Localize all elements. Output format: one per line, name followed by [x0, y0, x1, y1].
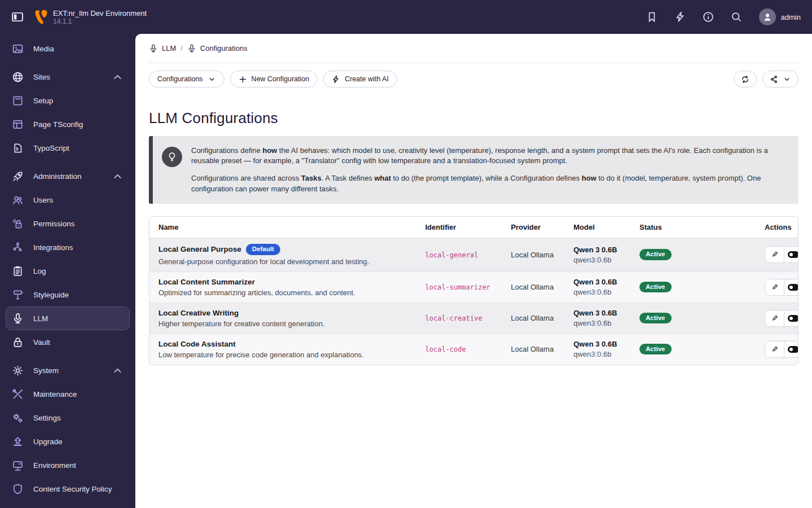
- image-icon: [12, 43, 24, 55]
- row-actions: ✎ ☆ ▷: [765, 341, 798, 358]
- docheader: LLM / Configurations Configurations New …: [135, 34, 812, 95]
- sidebar-item-maintenance[interactable]: Maintenance: [6, 382, 130, 406]
- sidebar-item-log[interactable]: Log: [6, 259, 130, 283]
- config-identifier: local-creative: [425, 314, 482, 322]
- column-header-provider: Provider: [502, 217, 564, 238]
- edit-button[interactable]: ✎: [765, 247, 784, 262]
- info-icon[interactable]: [703, 11, 714, 23]
- sidebar-item-setup[interactable]: Setup: [6, 89, 130, 112]
- model-name: Qwen 3 0.6B: [573, 340, 621, 348]
- sidebar-item-label: Maintenance: [33, 390, 77, 398]
- gear-icon: [12, 365, 24, 376]
- toggle-icon: [788, 346, 798, 353]
- sidebar-item-settings[interactable]: Settings: [6, 406, 130, 430]
- model-name: Qwen 3 0.6B: [573, 278, 621, 286]
- sidebar-item-page-tsconfig[interactable]: Page TSconfig: [6, 112, 130, 136]
- gears-icon: [12, 412, 24, 424]
- sidebar-item-sites[interactable]: Sites: [6, 65, 130, 89]
- toggle-active-button[interactable]: [784, 310, 798, 326]
- refresh-icon: [741, 75, 749, 84]
- sidebar-item-label: Log: [33, 267, 46, 275]
- button-label: Create with AI: [345, 75, 389, 83]
- sidebar-item-upgrade[interactable]: Upgrade: [6, 430, 130, 453]
- sidebar-item-system[interactable]: System: [6, 358, 130, 382]
- table-row: Local General Purpose Default General-pu…: [149, 238, 798, 271]
- sidebar-item-permissions[interactable]: Permissions: [6, 212, 130, 235]
- sidebar-item-administration[interactable]: Administration: [6, 164, 130, 188]
- breadcrumb-llm[interactable]: LLM: [149, 44, 176, 53]
- config-description: Optimized for summarizing articles, docu…: [158, 288, 407, 297]
- tools-icon: [12, 388, 24, 400]
- config-name: Local Content Summarizer: [158, 278, 255, 286]
- branch-nodes-icon: [12, 242, 24, 253]
- paint-roller-icon: [12, 289, 24, 301]
- toggle-active-button[interactable]: [784, 341, 798, 357]
- sidebar-item-label: TypoScript: [33, 144, 69, 152]
- search-icon[interactable]: [731, 11, 742, 23]
- share-icon: [770, 75, 778, 84]
- chevron-down-icon: [208, 75, 216, 84]
- pencil-icon: ✎: [771, 314, 778, 322]
- edit-button[interactable]: ✎: [765, 310, 784, 326]
- refresh-button[interactable]: [734, 71, 757, 87]
- edit-button[interactable]: ✎: [765, 279, 784, 295]
- sidebar-item-content-security-policy[interactable]: Content Security Policy: [6, 477, 130, 501]
- user-menu[interactable]: admin: [759, 8, 801, 25]
- module-content: LLM / Configurations Configurations New …: [135, 34, 812, 508]
- code-file-icon: [12, 142, 24, 154]
- sidebar-item-media[interactable]: Media: [6, 37, 130, 60]
- new-configuration-button[interactable]: New Configuration: [230, 71, 318, 87]
- table-header-row: Name Identifier Provider Model Status Ac…: [149, 217, 798, 238]
- callout-text: Configurations define how the AI behaves…: [191, 146, 787, 194]
- sidebar-item-environment[interactable]: Environment: [6, 453, 130, 477]
- share-dropdown-button[interactable]: [762, 71, 798, 87]
- row-actions: ✎ ☆ ▷: [765, 310, 798, 327]
- create-with-ai-button[interactable]: Create with AI: [323, 71, 397, 87]
- status-badge: Active: [639, 249, 672, 260]
- bolt-icon[interactable]: [674, 11, 686, 23]
- lightbulb-icon: [162, 147, 182, 167]
- breadcrumb-separator: /: [180, 44, 183, 52]
- sidebar-item-label: Vault: [33, 338, 50, 347]
- configurations-dropdown[interactable]: Configurations: [149, 71, 224, 87]
- pencil-icon: ✎: [771, 251, 778, 259]
- row-actions: ✎ ▷: [765, 246, 798, 263]
- sidebar-item-label: LLM: [33, 314, 48, 323]
- model-id: qwen3:0.6b: [573, 288, 621, 296]
- sidebar-item-vault[interactable]: Vault: [6, 330, 130, 354]
- config-provider: Local Ollama: [502, 303, 564, 334]
- sidebar: Media Sites Setup Page TSconfig TypoScri…: [0, 34, 135, 508]
- chevron-up-icon: [112, 365, 123, 376]
- sidebar-item-llm[interactable]: LLM: [6, 306, 130, 330]
- shield-icon: [12, 483, 24, 495]
- model-name: Qwen 3 0.6B: [573, 246, 621, 254]
- breadcrumb-configurations[interactable]: Configurations: [187, 44, 248, 53]
- status-badge: Active: [639, 313, 672, 324]
- microphone-icon: [12, 313, 24, 325]
- sidebar-item-styleguide[interactable]: Styleguide: [6, 283, 130, 306]
- padlock-icon: [12, 336, 24, 348]
- column-header-actions: Actions: [756, 217, 798, 238]
- row-actions: ✎ ☆ ▷: [765, 279, 798, 296]
- button-label: New Configuration: [251, 75, 310, 83]
- sidebar-item-users[interactable]: Users: [6, 188, 130, 212]
- sidebar-toggle-icon[interactable]: [11, 11, 24, 23]
- sidebar-item-label: Styleguide: [33, 291, 69, 299]
- chevron-up-icon: [112, 71, 123, 83]
- bookmark-icon[interactable]: [646, 11, 657, 23]
- pencil-icon: ✎: [771, 345, 778, 353]
- microphone-icon: [149, 44, 158, 53]
- toggle-active-button[interactable]: [784, 247, 798, 262]
- info-callout: Configurations define how the AI behaves…: [149, 136, 798, 204]
- toggle-active-button[interactable]: [784, 279, 798, 295]
- typo3-logo-icon: [34, 10, 47, 24]
- brand: EXT:nr_llm Dev Environment 14.1.1: [34, 9, 147, 25]
- pencil-icon: ✎: [771, 283, 778, 291]
- config-provider: Local Ollama: [502, 334, 564, 365]
- breadcrumb-label: LLM: [162, 44, 176, 52]
- sidebar-item-typoscript[interactable]: TypoScript: [6, 136, 130, 160]
- chevron-down-icon: [783, 75, 791, 84]
- edit-button[interactable]: ✎: [765, 341, 784, 357]
- sidebar-item-label: System: [33, 366, 59, 375]
- sidebar-item-integrations[interactable]: Integrations: [6, 235, 130, 259]
